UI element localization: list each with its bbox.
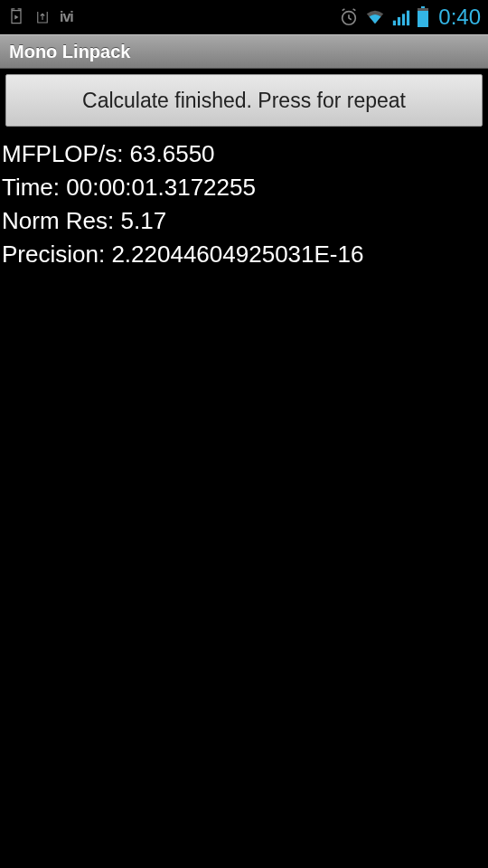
time-line: Time: 00:00:01.3172255 <box>2 171 484 204</box>
mflops-line: MFPLOP/s: 63.6550 <box>2 137 484 171</box>
svg-rect-2 <box>398 17 400 25</box>
play-store-icon <box>7 8 25 26</box>
mflops-value: 63.6550 <box>130 140 215 167</box>
results-area: MFPLOP/s: 63.6550 Time: 00:00:01.3172255… <box>0 132 488 271</box>
norm-label: Norm Res: <box>2 207 114 234</box>
svg-rect-5 <box>421 6 425 8</box>
status-bar: ivi <box>0 0 488 34</box>
upload-icon <box>34 8 51 26</box>
precision-label: Precision: <box>2 241 105 268</box>
svg-rect-4 <box>407 11 409 26</box>
time-value: 00:00:01.3172255 <box>66 174 256 201</box>
status-left-icons: ivi <box>7 8 73 26</box>
calculate-button-label: Calculate finished. Press for repeat <box>82 89 406 113</box>
time-label: Time: <box>2 174 60 201</box>
signal-icon <box>391 7 411 27</box>
status-right-icons: 0:40 <box>339 5 481 30</box>
alarm-icon <box>339 7 359 27</box>
svg-rect-3 <box>402 14 405 25</box>
norm-line: Norm Res: 5.17 <box>2 204 484 238</box>
mflops-label: MFPLOP/s: <box>2 140 123 167</box>
app-title-bar: Mono Linpack <box>0 34 488 69</box>
calculate-button[interactable]: Calculate finished. Press for repeat <box>5 74 483 127</box>
wifi-icon <box>364 7 386 27</box>
battery-icon <box>417 6 429 28</box>
svg-rect-7 <box>418 11 428 27</box>
precision-line: Precision: 2.22044604925031E-16 <box>2 238 484 271</box>
precision-value: 2.22044604925031E-16 <box>111 241 363 268</box>
svg-rect-1 <box>393 21 396 25</box>
status-clock: 0:40 <box>438 5 481 30</box>
norm-value: 5.17 <box>120 207 166 234</box>
app-title: Mono Linpack <box>9 42 130 62</box>
ivi-icon: ivi <box>60 9 73 25</box>
